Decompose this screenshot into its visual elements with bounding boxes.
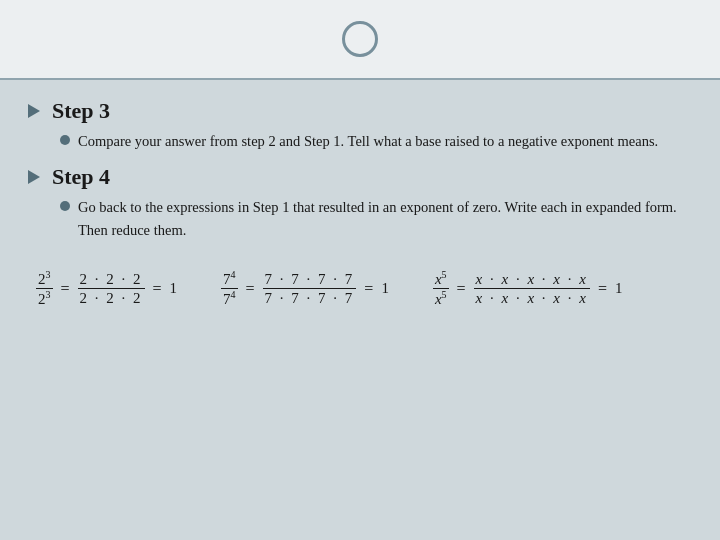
frac-1a: 23 23: [36, 269, 53, 308]
frac-1b: 2 · 2 · 2 2 · 2 · 2: [78, 270, 145, 307]
equals-1a: =: [61, 280, 70, 298]
step4-block: Step 4 Go back to the expressions in Ste…: [28, 164, 692, 241]
step3-bullet-row: Compare your answer from step 2 and Step…: [28, 130, 692, 152]
step3-block: Step 3 Compare your answer from step 2 a…: [28, 98, 692, 152]
slide: Step 3 Compare your answer from step 2 a…: [0, 0, 720, 540]
top-bar: [0, 0, 720, 80]
equals-3b: =: [598, 280, 607, 298]
circle-icon: [342, 21, 378, 57]
equals-3a: =: [457, 280, 466, 298]
equals-2b: =: [364, 280, 373, 298]
math-section: 23 23 = 2 · 2 · 2 2 · 2 · 2 = 1 74 74 =: [28, 269, 692, 308]
bullet-circle-step3: [60, 135, 70, 145]
step3-label: Step 3: [52, 98, 110, 124]
step4-bullet-row: Go back to the expressions in Step 1 tha…: [28, 196, 692, 241]
frac-2a-den: 74: [221, 289, 238, 308]
bullet-circle-step4: [60, 201, 70, 211]
step3-heading: Step 3: [28, 98, 692, 124]
frac-3b: x · x · x · x · x x · x · x · x · x: [474, 270, 590, 307]
frac-2a-num: 74: [221, 269, 238, 289]
frac-1a-num: 23: [36, 269, 53, 289]
frac-3a: x5 x5: [433, 269, 449, 308]
step4-heading: Step 4: [28, 164, 692, 190]
step4-label: Step 4: [52, 164, 110, 190]
frac-3b-den: x · x · x · x · x: [474, 289, 590, 307]
frac-2b: 7 · 7 · 7 · 7 7 · 7 · 7 · 7: [263, 270, 357, 307]
result-1: 1: [170, 280, 178, 297]
frac-3b-num: x · x · x · x · x: [474, 270, 590, 289]
math-expr-2: 74 74 = 7 · 7 · 7 · 7 7 · 7 · 7 · 7 = 1: [221, 269, 389, 308]
result-3: 1: [615, 280, 623, 297]
frac-3a-num: x5: [433, 269, 449, 289]
frac-1a-den: 23: [36, 289, 53, 308]
equals-2a: =: [246, 280, 255, 298]
equals-1b: =: [153, 280, 162, 298]
frac-2b-num: 7 · 7 · 7 · 7: [263, 270, 357, 289]
math-expr-1: 23 23 = 2 · 2 · 2 2 · 2 · 2 = 1: [36, 269, 177, 308]
frac-1b-num: 2 · 2 · 2: [78, 270, 145, 289]
frac-3a-den: x5: [433, 289, 449, 308]
step3-text: Compare your answer from step 2 and Step…: [78, 130, 658, 152]
frac-2b-den: 7 · 7 · 7 · 7: [263, 289, 357, 307]
arrow-icon-step4: [28, 170, 40, 184]
content: Step 3 Compare your answer from step 2 a…: [0, 80, 720, 540]
math-expr-3: x5 x5 = x · x · x · x · x x · x · x · x …: [433, 269, 623, 308]
step4-text: Go back to the expressions in Step 1 tha…: [78, 196, 692, 241]
result-2: 1: [381, 280, 389, 297]
arrow-icon-step3: [28, 104, 40, 118]
frac-2a: 74 74: [221, 269, 238, 308]
frac-1b-den: 2 · 2 · 2: [78, 289, 145, 307]
